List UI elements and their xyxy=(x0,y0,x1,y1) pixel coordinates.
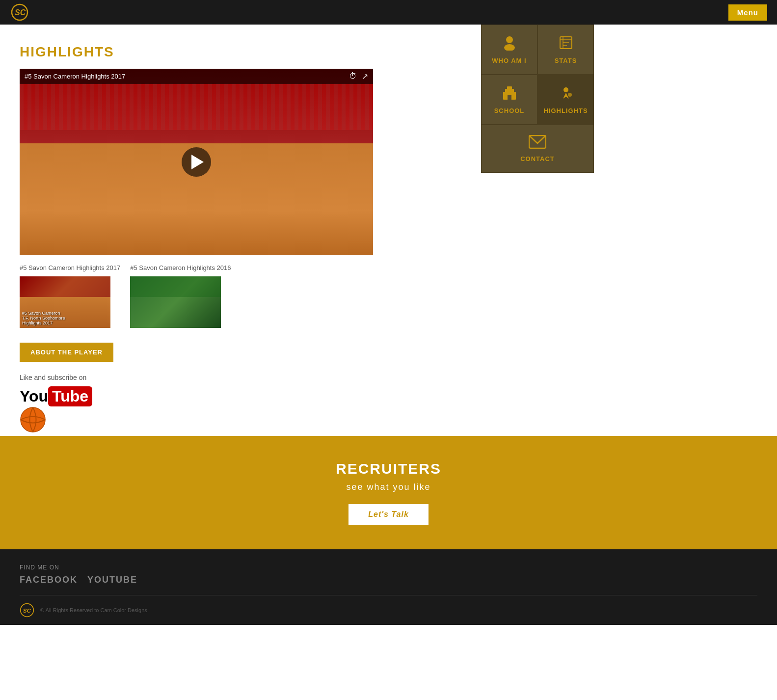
sidebar-item-highlights[interactable]: HIGHLIGHTS xyxy=(537,75,594,125)
sidebar-school-label: SCHOOL xyxy=(494,107,525,114)
page-title: HIGHLIGHTS xyxy=(20,44,461,60)
youtube-link[interactable]: YOUTUBE xyxy=(87,575,137,585)
sidebar-item-school[interactable]: SCHOOL xyxy=(481,75,537,125)
sidebar-item-contact[interactable]: CONTACT xyxy=(481,125,594,173)
main-layout: HIGHLIGHTS #5 Savon Cameron Highlights 2… xyxy=(0,25,777,436)
highlights-icon xyxy=(558,85,574,104)
thumbnail-item-2: #5 Savon Cameron Highlights 2016 xyxy=(130,264,231,328)
contact-icon xyxy=(529,135,546,152)
recruiters-section: RECRUITERS see what you like Let's Talk xyxy=(0,436,777,549)
lets-talk-button[interactable]: Let's Talk xyxy=(348,504,429,525)
svg-rect-12 xyxy=(507,86,512,89)
sidebar-stats-label: STATS xyxy=(555,57,577,64)
thumb1-title: #5 Savon Cameron Highlights 2017 xyxy=(20,264,120,271)
copyright-text: © All Rights Reserved to Cam Color Desig… xyxy=(40,607,147,613)
play-triangle xyxy=(191,155,204,169)
facebook-link[interactable]: FACEBOOK xyxy=(20,575,78,585)
recruiters-title: RECRUITERS xyxy=(10,460,767,477)
sidebar-item-stats[interactable]: STATS xyxy=(537,25,594,75)
svg-point-4 xyxy=(504,44,515,51)
svg-rect-13 xyxy=(508,95,511,100)
right-sidebar: WHO AM I STATS xyxy=(481,25,594,173)
video-title-text: #5 Savon Cameron Highlights 2017 xyxy=(25,73,125,80)
svg-text:SC: SC xyxy=(15,8,26,17)
person-icon xyxy=(502,35,517,54)
thumbnails-row: #5 Savon Cameron Highlights 2017 #5 Savo… xyxy=(20,264,461,328)
basketball-decoration-area xyxy=(20,406,461,436)
play-button[interactable] xyxy=(182,147,211,177)
youtube-you: You xyxy=(20,387,48,405)
svg-text:SC: SC xyxy=(23,607,31,614)
svg-rect-11 xyxy=(505,89,514,93)
svg-point-2 xyxy=(21,407,45,432)
subscribe-text: Like and subscribe on xyxy=(20,374,461,381)
thumbnail-1[interactable]: #5 Savon Cameron T.F. North Sophomore Hi… xyxy=(20,276,110,328)
main-video[interactable]: #5 Savon Cameron Highlights 2017 ⏱ ↗ xyxy=(20,69,373,255)
header: SC Menu xyxy=(0,0,777,25)
thumbnail-2[interactable] xyxy=(130,276,221,328)
logo[interactable]: SC xyxy=(10,2,29,22)
thumb1-overlay: #5 Savon Cameron T.F. North Sophomore Hi… xyxy=(22,311,65,325)
sidebar-who-am-i-label: WHO AM I xyxy=(492,57,526,64)
svg-point-14 xyxy=(563,87,568,92)
footer-divider xyxy=(20,595,757,595)
content-area: HIGHLIGHTS #5 Savon Cameron Highlights 2… xyxy=(0,25,481,436)
video-icons: ⏱ ↗ xyxy=(349,72,368,81)
sidebar-item-who-am-i[interactable]: WHO AM I xyxy=(481,25,537,75)
clock-icon: ⏱ xyxy=(349,72,357,81)
find-me-on-label: FIND ME ON xyxy=(20,564,757,571)
recruiters-subtitle: see what you like xyxy=(10,482,767,492)
svg-point-15 xyxy=(568,93,572,97)
footer-logo-icon: SC xyxy=(20,603,34,618)
stats-icon xyxy=(558,35,574,54)
about-player-button[interactable]: ABOUT THE PLAYER xyxy=(20,343,113,362)
social-links: FACEBOOK YOUTUBE xyxy=(20,575,757,585)
sidebar-highlights-label: HIGHLIGHTS xyxy=(543,107,588,114)
sidebar-contact-label: CONTACT xyxy=(520,155,555,162)
svg-point-3 xyxy=(506,36,513,43)
menu-button[interactable]: Menu xyxy=(728,4,767,21)
school-icon xyxy=(502,85,517,104)
footer-bottom: SC © All Rights Reserved to Cam Color De… xyxy=(20,603,757,618)
share-icon: ↗ xyxy=(362,72,368,81)
video-title-bar: #5 Savon Cameron Highlights 2017 ⏱ ↗ xyxy=(20,69,373,84)
footer: FIND ME ON FACEBOOK YOUTUBE SC © All Rig… xyxy=(0,549,777,625)
youtube-logo[interactable]: You Tube xyxy=(20,386,461,406)
thumb2-title: #5 Savon Cameron Highlights 2016 xyxy=(130,264,231,271)
youtube-tube: Tube xyxy=(48,386,92,406)
thumbnail-item-1: #5 Savon Cameron Highlights 2017 #5 Savo… xyxy=(20,264,120,328)
basketball-icon xyxy=(20,406,47,433)
